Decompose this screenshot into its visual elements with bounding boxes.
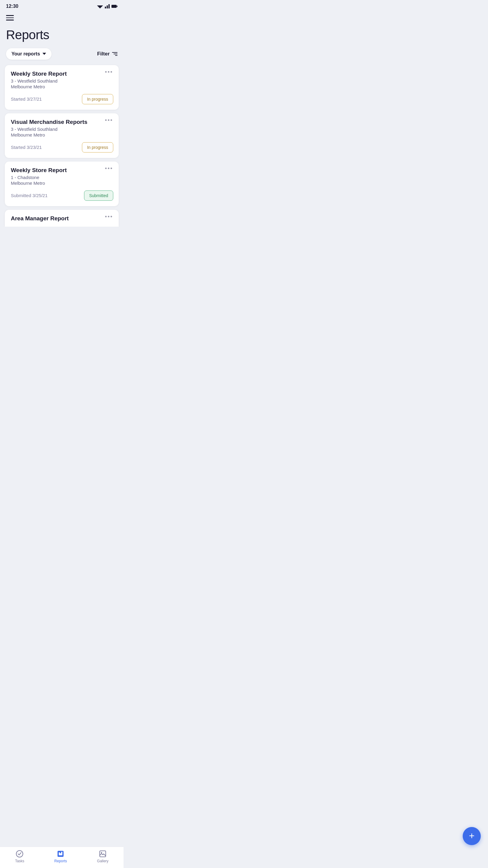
report-footer: Started 3/27/21 In progress [11, 94, 113, 104]
report-location: 3 - Westfield Southland [11, 127, 113, 132]
hamburger-menu-button[interactable] [0, 11, 124, 23]
dot [105, 119, 107, 121]
hamburger-icon [6, 15, 14, 21]
dot [105, 216, 107, 217]
report-card-partial[interactable]: Area Manager Report [5, 210, 119, 227]
dot [105, 71, 107, 73]
filter-button[interactable]: Filter [97, 51, 118, 57]
report-date: Started 3/23/21 [11, 145, 42, 150]
filter-icon [112, 52, 118, 56]
dot [108, 216, 109, 217]
report-region: Melbourne Metro [11, 84, 113, 89]
report-date: Submitted 3/25/21 [11, 193, 47, 198]
report-region: Melbourne Metro [11, 132, 113, 137]
report-date: Started 3/27/21 [11, 96, 42, 101]
status-icons [97, 4, 118, 8]
status-badge: In progress [82, 94, 113, 104]
report-card[interactable]: Weekly Store Report 1 - Chadstone Melbou… [5, 161, 119, 206]
dot [110, 71, 112, 73]
dot [105, 167, 107, 169]
svg-marker-0 [97, 5, 103, 8]
report-title: Area Manager Report [11, 215, 104, 222]
status-bar: 12:30 [0, 0, 124, 11]
report-card-header: Area Manager Report [11, 215, 113, 222]
status-badge: Submitted [84, 190, 113, 201]
report-card[interactable]: Weekly Store Report 3 - Westfield Southl… [5, 65, 119, 110]
reports-list: Weekly Store Report 3 - Westfield Southl… [0, 65, 124, 227]
wifi-icon [97, 4, 103, 8]
signal-icon [105, 4, 110, 8]
report-footer: Submitted 3/25/21 Submitted [11, 190, 113, 201]
status-time: 12:30 [6, 4, 19, 9]
status-badge: In progress [82, 142, 113, 153]
dot [108, 167, 109, 169]
dot [110, 119, 112, 121]
report-title: Weekly Store Report [11, 70, 104, 77]
your-reports-dropdown[interactable]: Your reports [6, 48, 52, 60]
report-card[interactable]: Visual Merchandise Reports 3 - Westfield… [5, 113, 119, 158]
report-location: 1 - Chadstone [11, 175, 113, 180]
more-options-button[interactable] [104, 70, 113, 73]
page-title: Reports [0, 23, 124, 48]
filter-label: Filter [97, 51, 110, 57]
dot [108, 71, 109, 73]
dot [110, 216, 112, 217]
filter-row: Your reports Filter [0, 48, 124, 65]
report-title: Weekly Store Report [11, 167, 104, 174]
svg-rect-3 [108, 4, 110, 8]
more-options-button[interactable] [104, 167, 113, 170]
your-reports-label: Your reports [11, 51, 40, 57]
report-card-header: Weekly Store Report [11, 167, 113, 174]
svg-rect-5 [117, 6, 118, 7]
report-title: Visual Merchandise Reports [11, 119, 104, 125]
battery-icon [111, 4, 118, 8]
svg-rect-4 [111, 5, 117, 8]
report-region: Melbourne Metro [11, 181, 113, 186]
more-options-button[interactable] [104, 215, 113, 218]
report-footer: Started 3/23/21 In progress [11, 142, 113, 153]
report-card-header: Visual Merchandise Reports [11, 119, 113, 125]
report-card-header: Weekly Store Report [11, 70, 113, 77]
svg-rect-2 [107, 5, 108, 8]
dot [108, 119, 109, 121]
chevron-down-icon [42, 53, 46, 55]
svg-rect-1 [105, 7, 106, 8]
more-options-button[interactable] [104, 119, 113, 121]
dot [110, 167, 112, 169]
report-location: 3 - Westfield Southland [11, 79, 113, 84]
